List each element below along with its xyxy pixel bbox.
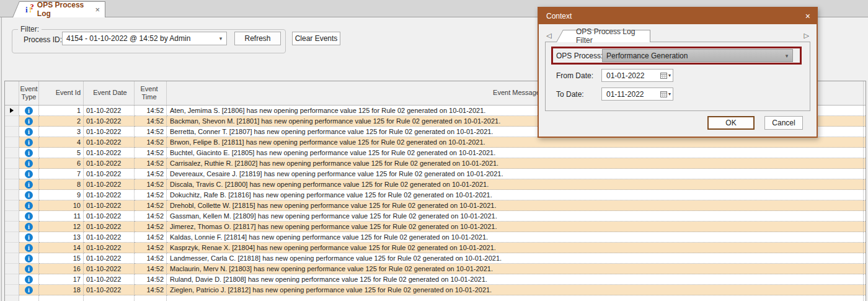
event-time-cell: 14:52 (135, 243, 167, 253)
table-row[interactable]: i1201-10-202214:52Jimerez, Thomas O. [21… (5, 222, 866, 232)
event-type-cell: i (19, 264, 39, 274)
ok-button[interactable]: OK (707, 116, 755, 130)
event-message-cell: Ruland, Davie D. [21808] has new opening… (167, 274, 864, 285)
row-selector[interactable] (5, 190, 19, 200)
cancel-button[interactable]: Cancel (764, 116, 803, 130)
row-selector[interactable] (5, 253, 19, 264)
dialog-title-bar[interactable]: Context × (539, 8, 817, 24)
table-row[interactable]: i601-10-202214:52Carrisalez, Ruthie R. [… (5, 158, 866, 169)
process-id-combobox[interactable]: 4154 - 01-10-2022 @ 14:52 by Admin ▾ (62, 32, 227, 45)
table-row[interactable]: i1401-10-202214:52Kasprzyk, Renae X. [21… (5, 243, 866, 253)
table-row[interactable]: i1701-10-202214:52Ruland, Davie D. [2180… (5, 274, 866, 285)
event-date-cell: 01-10-2022 (84, 148, 135, 158)
info-icon: i (25, 212, 33, 220)
row-selector[interactable] (5, 148, 19, 158)
ops-process-combobox[interactable]: Performance Generation ▾ (602, 49, 793, 62)
table-row[interactable]: i401-10-202214:52Brwon, Felipe B. [21811… (5, 137, 866, 148)
row-selector[interactable] (5, 232, 19, 243)
event-type-cell: i (19, 127, 39, 137)
table-row[interactable]: i701-10-202214:52Devereaux, Cesaire J. [… (5, 169, 866, 179)
event-id-cell: 2 (39, 116, 84, 127)
row-selector[interactable] (5, 158, 19, 169)
chevron-down-icon[interactable]: ▾ (215, 35, 226, 42)
row-selector[interactable] (5, 264, 19, 274)
event-type-cell: i (19, 253, 39, 264)
event-id-cell: 17 (39, 274, 84, 285)
row-selector[interactable] (5, 295, 19, 301)
row-selector[interactable] (5, 222, 19, 232)
event-message-cell: Kasprzyk, Renae X. [21804] has new openi… (167, 243, 864, 253)
from-date-field[interactable]: 01-01-2022 ▾ (601, 69, 673, 82)
tab-scroll-right-icon[interactable]: ▷ (804, 32, 809, 40)
new-record-row[interactable] (5, 295, 866, 301)
event-message-cell: Devereaux, Cesaire J. [21819] has new op… (167, 169, 864, 179)
date-picker-button[interactable]: ▾ (660, 90, 673, 98)
tab-label: OPS Process Log (37, 1, 95, 18)
column-header-event-id[interactable]: Event Id (39, 81, 84, 106)
row-selector[interactable] (5, 106, 19, 116)
row-selector[interactable] (5, 169, 19, 179)
row-selector[interactable] (5, 274, 19, 285)
event-id-cell: 11 (39, 211, 84, 222)
event-id-cell: 16 (39, 264, 84, 274)
table-row[interactable]: i901-10-202214:52Dokuchitz, Rafe B. [218… (5, 190, 866, 200)
tab-ops-process-log-filter[interactable]: OPS Process Log Filter (556, 30, 650, 42)
info-icon: i (25, 191, 33, 199)
column-header-event-date[interactable]: Event Date (84, 81, 135, 106)
table-row[interactable]: i1601-10-202214:52Maclaurin, Merv N. [21… (5, 264, 866, 274)
table-row[interactable]: i501-10-202214:52Buchtel, Giacinto E. [2… (5, 148, 866, 158)
refresh-button[interactable]: Refresh (234, 32, 281, 45)
dialog-close-icon[interactable]: × (805, 12, 810, 20)
row-selector[interactable] (5, 200, 19, 211)
date-picker-button[interactable]: ▾ (660, 71, 673, 79)
event-id-cell: 15 (39, 253, 84, 264)
row-selector[interactable] (5, 116, 19, 127)
event-id-cell: 4 (39, 137, 84, 148)
row-filler (864, 169, 866, 179)
event-id-cell: 18 (39, 285, 84, 295)
row-selector[interactable] (5, 243, 19, 253)
to-date-label: To Date: (556, 90, 584, 99)
table-row[interactable]: i1301-10-202214:52Kaldas, Lonnie F. [218… (5, 232, 866, 243)
window-left-edge (0, 17, 2, 301)
event-id-cell (39, 295, 84, 301)
from-date-label: From Date: (556, 71, 593, 80)
clear-events-button[interactable]: Clear Events (292, 32, 340, 45)
event-id-cell: 8 (39, 179, 84, 190)
event-date-cell: 01-10-2022 (84, 116, 135, 127)
event-time-cell: 14:52 (135, 179, 167, 190)
event-message-cell: Jimerez, Thomas O. [21817] has new openi… (167, 222, 864, 232)
event-date-cell: 01-10-2022 (84, 158, 135, 169)
event-time-cell: 14:52 (135, 274, 167, 285)
row-selector[interactable] (5, 127, 19, 137)
to-date-value: 01-11-2022 (602, 90, 660, 99)
event-time-cell: 14:52 (135, 190, 167, 200)
column-header-event-time[interactable]: Event Time (135, 81, 167, 106)
event-id-cell: 6 (39, 158, 84, 169)
event-type-cell: i (19, 232, 39, 243)
table-row[interactable]: i1501-10-202214:52Landmesser, Carla C. [… (5, 253, 866, 264)
tab-close-icon[interactable]: × (95, 6, 100, 14)
table-row[interactable]: i1001-10-202214:52Drehobl, Collette W. [… (5, 200, 866, 211)
event-time-cell: 14:52 (135, 116, 167, 127)
table-row[interactable]: i801-10-202214:52Discala, Travis C. [218… (5, 179, 866, 190)
row-selector[interactable] (5, 137, 19, 148)
to-date-field[interactable]: 01-11-2022 ▾ (601, 88, 673, 101)
event-message-cell: Landmesser, Carla C. [21818] has new ope… (167, 253, 864, 264)
row-selector[interactable] (5, 211, 19, 222)
event-message-cell: Drehobl, Collette W. [21815] has new ope… (167, 200, 864, 211)
info-icon: i (25, 276, 33, 284)
chevron-down-icon[interactable]: ▾ (781, 53, 792, 59)
chevron-down-icon: ▾ (668, 73, 671, 78)
row-selector[interactable] (5, 179, 19, 190)
event-time-cell: 14:52 (135, 148, 167, 158)
table-row[interactable]: i1101-10-202214:52Gassman, Kellen M. [21… (5, 211, 866, 222)
table-row[interactable]: i1801-10-202214:52Zieglen, Patricio J. [… (5, 285, 866, 295)
tab-scroll-left-icon[interactable]: ◁ (546, 32, 551, 40)
row-selector[interactable] (5, 285, 19, 295)
row-filler (864, 127, 866, 137)
event-id-cell: 12 (39, 222, 84, 232)
event-type-cell: i (19, 169, 39, 179)
tab-ops-process-log[interactable]: i!? OPS Process Log × (12, 1, 105, 17)
column-header-event-type[interactable]: Event Type (19, 81, 39, 106)
